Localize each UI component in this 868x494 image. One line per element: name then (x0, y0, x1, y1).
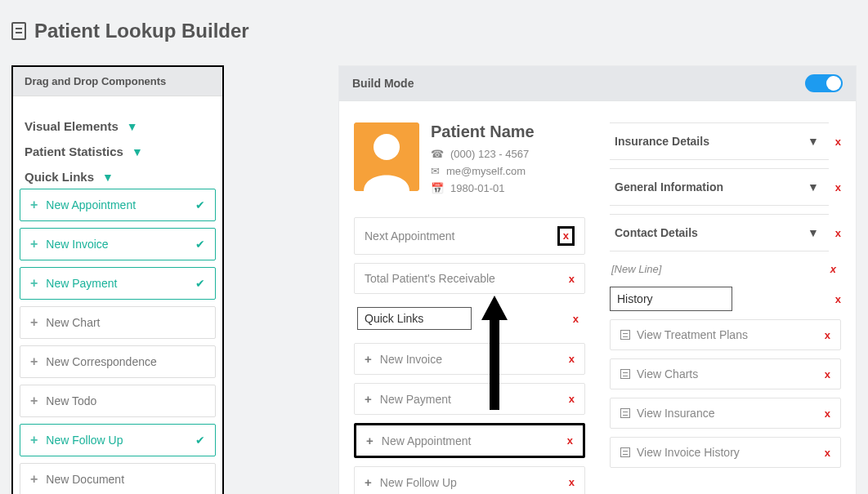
check-icon: ✔ (195, 198, 205, 211)
patient-card: Patient Name ☎ (000) 123 - 4567 ✉ me@mys… (354, 122, 585, 194)
quick-link-label: New Chart (46, 316, 100, 329)
build-mode-toggle[interactable] (805, 74, 843, 92)
quick-links-title-input[interactable] (357, 307, 472, 330)
section-label: Quick Links (25, 170, 94, 184)
block-new-invoice[interactable]: + New Invoice x (354, 343, 585, 375)
block-next-appointment[interactable]: Next Appointment x (354, 217, 585, 255)
quick-link-new-correspondence[interactable]: + New Correspondence (20, 345, 216, 378)
remove-icon[interactable]: x (569, 353, 575, 365)
block-view-treatment-plans[interactable]: View Treatment Plans x (610, 319, 841, 350)
quick-link-new-todo[interactable]: + New Todo (20, 385, 216, 417)
plus-icon: + (30, 433, 38, 447)
plus-icon: + (366, 434, 374, 447)
plus-icon: + (30, 394, 38, 408)
remove-icon[interactable]: x (835, 136, 841, 148)
remove-icon[interactable]: x (569, 393, 575, 405)
block-label: View Charts (637, 367, 698, 381)
accordion-general-information[interactable]: General Information ▼ (610, 168, 829, 206)
remove-icon[interactable]: x (567, 434, 573, 447)
block-total-receivable[interactable]: Total Patient's Receivable x (354, 263, 585, 294)
page-title: Patient Lookup Builder (11, 20, 857, 42)
quick-link-label: New Follow Up (46, 434, 123, 447)
remove-icon[interactable]: x (573, 313, 579, 325)
list-icon (620, 447, 630, 457)
quick-link-label: New Correspondence (46, 355, 156, 368)
chevron-down-icon: ▼ (127, 120, 138, 133)
plus-icon: + (30, 472, 38, 487)
accordion-contact-details[interactable]: Contact Details ▼ (610, 214, 829, 251)
block-view-charts[interactable]: View Charts x (610, 358, 841, 389)
block-label: View Insurance (637, 407, 714, 420)
block-label: View Treatment Plans (637, 328, 748, 341)
build-panel: Build Mode P (338, 65, 857, 494)
quick-link-new-document[interactable]: + New Document (20, 463, 216, 494)
remove-icon[interactable]: x (825, 329, 830, 341)
patient-phone: (000) 123 - 4567 (450, 148, 529, 160)
block-view-insurance[interactable]: View Insurance x (610, 398, 841, 429)
chevron-down-icon: ▼ (808, 226, 819, 239)
quick-link-new-appointment[interactable]: + New Appointment ✔ (20, 189, 216, 221)
quick-link-new-follow-up[interactable]: + New Follow Up ✔ (20, 424, 216, 456)
block-new-follow-up[interactable]: + New Follow Up x (354, 466, 585, 494)
svg-point-1 (374, 134, 400, 160)
chevron-down-icon: ▼ (808, 180, 819, 194)
build-left-column: Patient Name ☎ (000) 123 - 4567 ✉ me@mys… (354, 122, 585, 494)
history-title-input[interactable] (610, 287, 732, 311)
block-label: New Payment (380, 393, 451, 406)
block-label: New Follow Up (380, 476, 457, 489)
plus-icon: + (30, 315, 38, 330)
chevron-down-icon: ▼ (808, 135, 819, 148)
remove-icon[interactable]: x (569, 476, 575, 488)
quick-link-label: New Invoice (46, 238, 108, 251)
quick-link-label: New Appointment (46, 198, 136, 211)
page-title-text: Patient Lookup Builder (34, 20, 249, 42)
remove-icon[interactable]: x (835, 293, 841, 305)
quick-link-label: New Document (46, 473, 124, 486)
block-label: New Invoice (380, 353, 442, 366)
components-panel-header: Drag and Drop Components (13, 67, 222, 96)
plus-icon: + (30, 237, 38, 251)
plus-icon: + (30, 198, 38, 212)
remove-icon[interactable]: x (557, 226, 575, 246)
plus-icon: + (30, 276, 38, 291)
block-quick-links-heading[interactable]: x (354, 302, 585, 335)
check-icon: ✔ (195, 238, 205, 251)
list-icon (620, 330, 630, 340)
remove-icon[interactable]: x (835, 181, 841, 194)
new-line-row[interactable]: [New Line] x (610, 260, 841, 275)
build-panel-header: Build Mode (339, 66, 856, 101)
accordion-label: General Information (615, 180, 723, 194)
remove-icon[interactable]: x (569, 273, 575, 285)
history-heading-row[interactable]: x (610, 287, 841, 311)
block-label: Next Appointment (365, 229, 455, 243)
section-patient-statistics[interactable]: Patient Statistics ▼ (13, 135, 222, 160)
accordion-insurance-details[interactable]: Insurance Details ▼ (610, 122, 829, 160)
section-quick-links[interactable]: Quick Links ▼ (13, 160, 222, 185)
document-icon (11, 22, 26, 40)
remove-icon[interactable]: x (825, 407, 830, 420)
remove-icon[interactable]: x (830, 263, 836, 275)
accordion-label: Insurance Details (615, 135, 709, 148)
patient-dob: 1980-01-01 (450, 182, 505, 194)
quick-link-new-invoice[interactable]: + New Invoice ✔ (20, 228, 216, 260)
remove-icon[interactable]: x (825, 368, 830, 381)
chevron-down-icon: ▼ (132, 145, 143, 158)
block-label: New Appointment (382, 434, 472, 447)
block-new-appointment[interactable]: + New Appointment x (354, 423, 585, 458)
remove-icon[interactable]: x (835, 227, 841, 239)
section-label: Visual Elements (25, 119, 119, 133)
quick-links-list: + New Appointment ✔ + New Invoice ✔ + Ne… (13, 185, 222, 494)
block-view-invoice-history[interactable]: View Invoice History x (610, 437, 841, 468)
section-visual-elements[interactable]: Visual Elements ▼ (13, 96, 222, 135)
accordion-label: Contact Details (615, 226, 698, 239)
remove-icon[interactable]: x (825, 447, 830, 459)
block-new-payment[interactable]: + New Payment x (354, 383, 585, 415)
patient-name-label: Patient Name (431, 122, 535, 141)
plus-icon: + (365, 392, 372, 406)
avatar (354, 122, 419, 191)
build-right-column: Insurance Details ▼ x General Informatio… (610, 122, 841, 494)
quick-link-new-chart[interactable]: + New Chart (20, 306, 216, 339)
plus-icon: + (365, 475, 372, 489)
plus-icon: + (365, 352, 372, 366)
quick-link-new-payment[interactable]: + New Payment ✔ (20, 267, 216, 300)
